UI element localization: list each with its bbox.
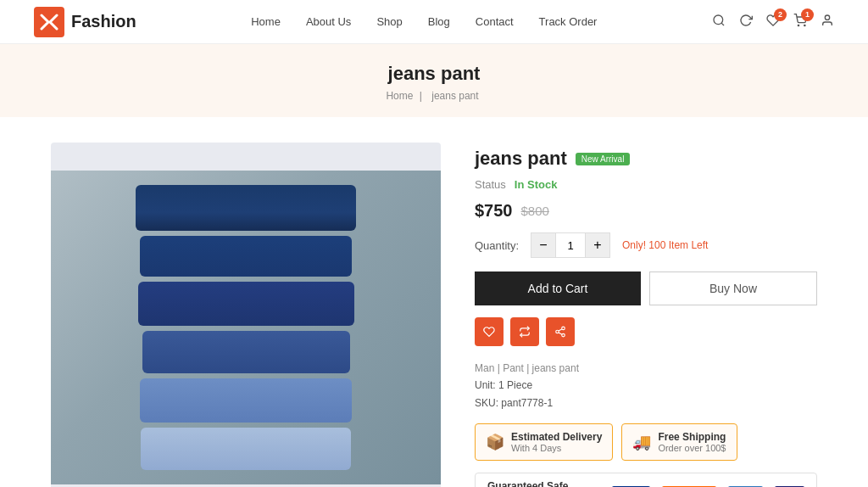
delivery-icon: 📦 (486, 433, 504, 451)
product-title-row: jeans pant New Arrival (475, 148, 817, 170)
meta-category: Man | Pant | jeans pant (475, 360, 817, 377)
meta-unit: Unit: 1 Piece (475, 377, 817, 394)
jeans-layer-2 (140, 236, 352, 277)
quantity-increase-button[interactable]: + (586, 233, 609, 257)
safe-checkout: Guaranteed Safe Checkout PayPal DISCOVER… (475, 473, 817, 487)
delivery-boxes: 📦 Estimated Delivery With 4 Days 🚚 Free … (475, 423, 817, 461)
delivery-text: Estimated Delivery With 4 Days (511, 431, 602, 453)
shipping-text: Free Shipping Order over 100$ (658, 431, 726, 453)
breadcrumb: Home | jeans pant (0, 90, 868, 102)
wishlist-button[interactable]: 2 (766, 14, 780, 31)
cart-button[interactable]: 1 (793, 14, 807, 31)
svg-point-2 (798, 25, 798, 25)
new-arrival-badge: New Arrival (576, 153, 631, 165)
quantity-row: Quantity: − + Only! 100 Item Left (475, 232, 817, 258)
svg-point-3 (804, 25, 805, 25)
main-nav: Home About Us Shop Blog Contact Track Or… (251, 15, 597, 28)
svg-point-6 (556, 330, 559, 333)
nav-track-order[interactable]: Track Order (539, 15, 598, 28)
status-value: In Stock (515, 178, 558, 191)
user-button[interactable] (821, 14, 834, 31)
meta-sku: SKU: pant7778-1 (475, 395, 817, 411)
breadcrumb-current: jeans pant (431, 90, 478, 102)
quantity-note: Only! 100 Item Left (622, 239, 708, 251)
free-shipping-box: 🚚 Free Shipping Order over 100$ (621, 423, 737, 461)
svg-point-0 (714, 15, 723, 25)
jeans-stack (136, 185, 356, 470)
price-row: $750 $800 (475, 201, 817, 221)
nav-contact[interactable]: Contact (476, 15, 514, 28)
jeans-layer-4 (142, 331, 350, 373)
price-current: $750 (475, 201, 513, 221)
product-title: jeans pant (475, 148, 567, 170)
svg-line-1 (721, 23, 724, 25)
status-label: Status (475, 178, 506, 191)
product-image-wrap (51, 143, 441, 487)
nav-home[interactable]: Home (251, 15, 281, 28)
logo-area[interactable]: Fashion (34, 7, 136, 37)
header: Fashion Home About Us Shop Blog Contact … (0, 0, 868, 44)
nav-about[interactable]: About Us (306, 15, 351, 28)
breadcrumb-separator: | (420, 90, 422, 102)
cart-badge: 1 (801, 8, 814, 21)
action-buttons: Add to Cart Buy Now (475, 271, 817, 305)
svg-point-7 (562, 333, 565, 337)
quantity-controls: − + (531, 232, 610, 258)
nav-blog[interactable]: Blog (428, 15, 450, 28)
estimated-delivery-box: 📦 Estimated Delivery With 4 Days (475, 423, 613, 461)
product-image (51, 171, 441, 484)
product-details: jeans pant New Arrival Status In Stock $… (475, 143, 817, 487)
status-row: Status In Stock (475, 178, 817, 191)
page-hero: jeans pant Home | jeans pant (0, 44, 868, 117)
logo-icon (34, 7, 64, 37)
buy-now-button[interactable]: Buy Now (649, 271, 817, 305)
breadcrumb-home[interactable]: Home (386, 90, 413, 102)
header-icons: 2 1 (712, 14, 834, 31)
quantity-label: Quantity: (475, 239, 519, 252)
jeans-layer-6 (141, 428, 351, 470)
nav-shop[interactable]: Shop (376, 15, 402, 28)
svg-point-4 (825, 15, 829, 20)
meta-info: Man | Pant | jeans pant Unit: 1 Piece SK… (475, 360, 817, 411)
jeans-layer-3 (138, 282, 354, 326)
quantity-decrease-button[interactable]: − (531, 233, 555, 257)
wishlist-badge: 2 (774, 8, 787, 21)
price-original: $800 (521, 204, 549, 218)
svg-point-5 (562, 327, 565, 330)
page-title: jeans pant (0, 63, 868, 85)
compare-button[interactable] (510, 317, 539, 346)
main-content: jeans pant New Arrival Status In Stock $… (0, 117, 868, 487)
share-button[interactable] (546, 317, 575, 346)
shipping-icon: 🚚 (632, 433, 651, 451)
jeans-layer-1 (136, 185, 356, 231)
icon-actions (475, 317, 817, 346)
add-to-cart-button[interactable]: Add to Cart (475, 271, 641, 305)
wishlist-add-button[interactable] (475, 317, 504, 346)
safe-checkout-title: Guaranteed Safe Checkout (487, 480, 593, 487)
search-button[interactable] (712, 14, 726, 31)
logo-text: Fashion (71, 12, 136, 31)
svg-line-9 (559, 329, 562, 331)
svg-line-8 (559, 333, 562, 334)
jeans-layer-5 (140, 378, 352, 423)
refresh-button[interactable] (739, 14, 753, 31)
quantity-input[interactable] (555, 233, 586, 257)
